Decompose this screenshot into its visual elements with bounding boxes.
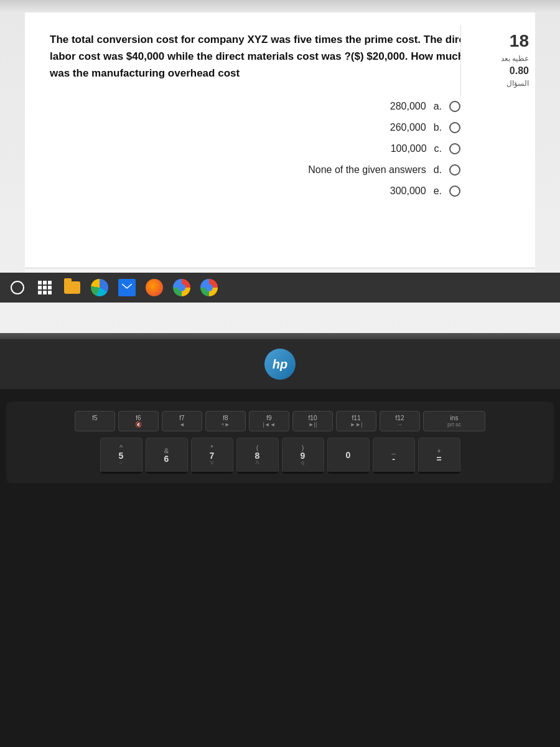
taskbar-grid-icon[interactable] (34, 276, 56, 299)
answer-value-b: 260,000 (376, 122, 426, 133)
key-9-bottom: 9 (301, 451, 306, 460)
function-keys-row: f5 f6 🔇 f7 ◄ f8 +► f9 |◄◄ f10 ►|| (19, 411, 541, 431)
key-f10[interactable]: f10 ►|| (292, 411, 333, 431)
chrome-browser-icon (173, 279, 190, 296)
folder-icon (64, 281, 80, 294)
keyboard: f5 f6 🔇 f7 ◄ f8 +► f9 |◄◄ f10 ►|| (6, 402, 554, 483)
arabic-label: عطيه بعد (467, 54, 529, 63)
question-text: The total conversion cost for company XY… (50, 31, 485, 82)
key-7-extra: V (210, 460, 213, 466)
keyboard-area: f5 f6 🔇 f7 ◄ f8 +► f9 |◄◄ f10 ►|| (0, 389, 560, 747)
edge-browser-icon (91, 279, 108, 296)
answer-option-b[interactable]: .b 260,000 (376, 122, 460, 133)
laptop-screen: 18 عطيه بعد 0.80 السؤال The total conver… (0, 0, 560, 336)
key-5[interactable]: ^ 5 ○ (100, 438, 142, 474)
screen-bezel (0, 0, 560, 12)
answer-option-a[interactable]: .a 280,000 (376, 101, 460, 112)
taskbar-folder-icon[interactable] (61, 276, 83, 299)
answer-label-d: .d (434, 164, 442, 176)
f8-label: f8 (211, 415, 240, 421)
key-6-top: & (164, 448, 169, 454)
key-f7[interactable]: f7 ◄ (162, 411, 202, 431)
key-equals-bottom: = (436, 454, 441, 463)
grid-icon (38, 281, 52, 294)
f6-label: f6 (124, 415, 153, 421)
key-6[interactable]: & 6 (146, 438, 188, 474)
number-keys-row: ^ 5 ○ & 6 * 7 V ( 8 Λ ) 9 q (19, 438, 541, 474)
hp-logo-area: hp (0, 339, 560, 389)
key-f11[interactable]: f11 ►►| (336, 411, 376, 431)
answer-value-e: 300,000 (376, 186, 426, 197)
key-ins[interactable]: ins prt sc (423, 411, 485, 431)
key-8-bottom: 8 (255, 451, 260, 460)
key-f9[interactable]: f9 |◄◄ (249, 411, 289, 431)
answer-label-e: .e (434, 186, 442, 197)
key-8[interactable]: ( 8 Λ (236, 438, 279, 474)
question-number: 18 (467, 31, 529, 51)
f12-label: f12 (385, 415, 414, 421)
key-minus-bottom: - (392, 454, 395, 463)
answer-value-d: None of the given answers (308, 164, 426, 176)
key-f8[interactable]: f8 +► (205, 411, 246, 431)
answer-option-e[interactable]: .e 300,000 (376, 186, 460, 197)
chrome-browser-icon-2 (200, 279, 218, 296)
answer-option-d[interactable]: .d None of the given answers (308, 164, 460, 176)
key-0-bottom: 0 (346, 451, 351, 459)
key-8-extra: Λ (255, 460, 259, 466)
f12-sublabel: → (385, 421, 414, 428)
key-0[interactable]: 0 (327, 438, 370, 474)
f10-sublabel: ►|| (298, 421, 327, 428)
f5-label: f5 (80, 415, 110, 421)
taskbar-chrome2-icon[interactable] (198, 276, 220, 299)
score-value: 0.80 (467, 65, 529, 77)
f6-sublabel: 🔇 (124, 421, 153, 428)
radio-c[interactable] (449, 143, 460, 154)
radio-a[interactable] (449, 101, 460, 112)
f10-label: f10 (298, 415, 327, 421)
answer-label-b: .b (434, 122, 442, 133)
key-6-bottom: 6 (164, 454, 169, 463)
key-f6[interactable]: f6 🔇 (118, 411, 159, 431)
key-7[interactable]: * 7 V (191, 438, 233, 474)
key-f5[interactable]: f5 (75, 411, 115, 431)
side-panel: 18 عطيه بعد 0.80 السؤال (460, 25, 535, 96)
question-area: 18 عطيه بعد 0.80 السؤال The total conver… (25, 12, 535, 299)
ins-label: ins (429, 415, 480, 421)
radio-b[interactable] (449, 122, 460, 133)
key-minus-top: _ (391, 448, 395, 454)
key-plus-top: + (437, 448, 441, 454)
key-5-extra: ○ (119, 460, 123, 466)
taskbar (0, 273, 560, 303)
key-5-bottom: 5 (119, 451, 124, 460)
taskbar-mail-icon[interactable] (116, 276, 138, 299)
key-minus[interactable]: _ - (373, 438, 415, 474)
f9-sublabel: |◄◄ (254, 421, 284, 428)
key-f12[interactable]: f12 → (380, 411, 420, 431)
firefox-browser-icon (146, 279, 163, 296)
radio-d[interactable] (449, 164, 460, 176)
taskbar-start-icon[interactable] (6, 276, 29, 299)
f11-sublabel: ►►| (342, 421, 371, 428)
hp-logo: hp (264, 349, 296, 380)
key-9[interactable]: ) 9 q (282, 438, 324, 474)
radio-e[interactable] (449, 186, 460, 197)
f9-label: f9 (254, 415, 284, 421)
answer-value-a: 280,000 (376, 101, 426, 112)
answer-label-a: .a (434, 101, 442, 112)
f11-label: f11 (342, 415, 371, 421)
key-7-bottom: 7 (210, 451, 215, 460)
taskbar-firefox-icon[interactable] (143, 276, 166, 299)
f7-label: f7 (167, 415, 197, 421)
taskbar-edge-icon[interactable] (88, 276, 111, 299)
f7-sublabel: ◄ (167, 421, 197, 428)
f8-sublabel: +► (211, 421, 240, 428)
taskbar-chrome-icon[interactable] (170, 276, 193, 299)
answers-container: .a 280,000 .b 260,000 .c 100,000 .d None… (50, 101, 510, 197)
mail-icon (118, 279, 136, 296)
circle-icon (11, 281, 24, 294)
question-arabic: السؤال (467, 79, 529, 88)
prtsc-label: prt sc (429, 421, 480, 428)
answer-option-c[interactable]: .c 100,000 (377, 143, 460, 154)
answer-value-c: 100,000 (377, 143, 427, 154)
key-equals[interactable]: + = (418, 438, 460, 474)
